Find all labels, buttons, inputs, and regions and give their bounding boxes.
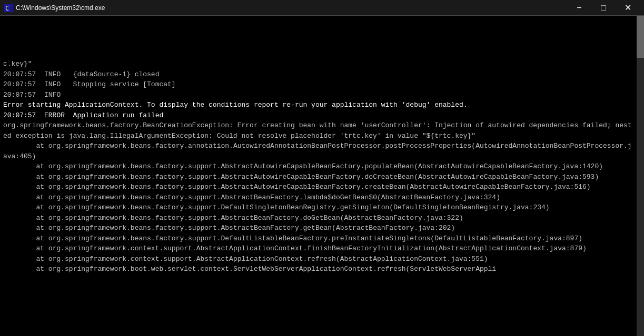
console-line: at org.springframework.beans.factory.sup… <box>3 233 632 244</box>
console-line: 20:07:57 INFO <box>3 90 632 100</box>
console-output: c.key}"20:07:57 INFO {dataSource-1} clos… <box>0 16 644 336</box>
console-line: at org.springframework.beans.factory.sup… <box>3 192 632 203</box>
close-button[interactable]: ✕ <box>616 0 640 16</box>
title-bar: C C:\Windows\System32\cmd.exe − □ ✕ <box>0 0 644 16</box>
console-line: Error starting ApplicationContext. To di… <box>3 100 632 110</box>
console-line: org.springframework.beans.factory.BeanCr… <box>3 120 632 141</box>
console-line: c.key}" <box>3 59 632 69</box>
console-content: c.key}"20:07:57 INFO {dataSource-1} clos… <box>3 38 641 274</box>
console-line: at org.springframework.beans.factory.ann… <box>3 141 632 161</box>
console-line: at org.springframework.beans.factory.sup… <box>3 223 632 233</box>
console-line: at org.springframework.boot.web.servlet.… <box>3 264 632 274</box>
console-line: at org.springframework.context.support.A… <box>3 254 632 264</box>
scrollbar[interactable] <box>637 16 644 336</box>
console-line: at org.springframework.beans.factory.sup… <box>3 213 632 223</box>
console-line: at org.springframework.beans.factory.sup… <box>3 172 632 182</box>
cmd-icon: C <box>4 4 13 12</box>
console-line: 20:07:57 INFO Stopping service [Tomcat] <box>3 79 632 90</box>
minimize-button[interactable]: − <box>567 0 591 16</box>
console-line: at org.springframework.beans.factory.sup… <box>3 182 632 192</box>
console-line: at org.springframework.context.support.A… <box>3 243 632 254</box>
console-line: at org.springframework.beans.factory.sup… <box>3 161 632 172</box>
console-line: 20:07:57 ERROR Application run failed <box>3 110 632 121</box>
console-line: 20:07:57 INFO {dataSource-1} closed <box>3 69 632 80</box>
console-line: at org.springframework.beans.factory.sup… <box>3 202 632 213</box>
window-controls: − □ ✕ <box>567 0 640 16</box>
scrollbar-thumb[interactable] <box>637 16 644 58</box>
cmd-window: C C:\Windows\System32\cmd.exe − □ ✕ c.ke… <box>0 0 644 336</box>
window-title: C:\Windows\System32\cmd.exe <box>16 4 567 12</box>
maximize-button[interactable]: □ <box>591 0 616 16</box>
svg-text:C: C <box>5 5 9 12</box>
